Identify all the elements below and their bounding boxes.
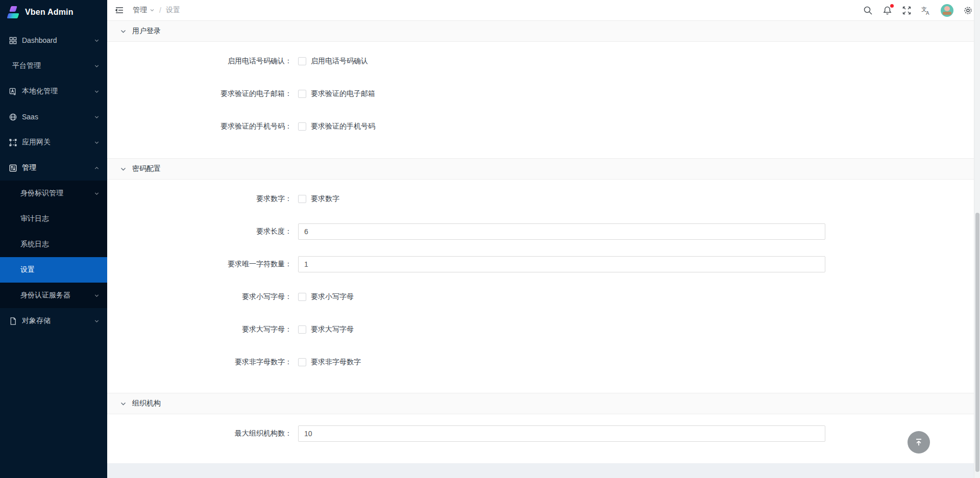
form-row: 启用电话号码确认： 启用电话号码确认 xyxy=(107,53,974,69)
section-body-user-login: 启用电话号码确认： 启用电话号码确认 要求验证的电子邮箱： 要求验证的电子邮箱 … xyxy=(107,42,974,158)
sidebar-item-label: 身份认证服务器 xyxy=(20,291,70,300)
checkbox-label[interactable]: 启用电话号码确认 xyxy=(311,57,368,66)
require-confirmed-email-checkbox[interactable] xyxy=(298,90,306,98)
svg-text:A: A xyxy=(926,10,929,15)
sidebar-item-audit-log[interactable]: 审计日志 xyxy=(0,206,107,232)
section-header-organization[interactable]: 组织机构 xyxy=(107,393,974,414)
breadcrumb-separator: / xyxy=(159,6,161,14)
gear-icon[interactable] xyxy=(963,6,973,15)
user-avatar[interactable] xyxy=(941,4,953,17)
max-organization-count-input[interactable] xyxy=(298,425,825,442)
require-confirmed-phone-checkbox[interactable] xyxy=(298,122,306,131)
form-row: 要求验证的电子邮箱： 要求验证的电子邮箱 xyxy=(107,86,974,102)
breadcrumb: 管理 / 设置 xyxy=(133,6,180,15)
form-row: 要求数字： 要求数字 xyxy=(107,191,974,207)
checkbox-label[interactable]: 要求验证的手机号码 xyxy=(311,122,375,131)
require-non-alphanumeric-checkbox[interactable] xyxy=(298,358,306,366)
bell-icon[interactable] xyxy=(883,6,892,15)
menu-fold-icon[interactable] xyxy=(114,5,125,15)
form-row: 要求非字母数字： 要求非字母数字 xyxy=(107,354,974,370)
checkbox-label[interactable]: 要求大写字母 xyxy=(311,325,354,334)
sidebar-item-object-storage[interactable]: 对象存储 xyxy=(0,308,107,334)
sidebar-item-auth-server[interactable]: 身份认证服务器 xyxy=(0,283,107,308)
field-label: 要求小写字母： xyxy=(107,292,292,301)
chevron-down-icon xyxy=(120,166,127,172)
sidebar-item-settings[interactable]: 设置 xyxy=(0,257,107,283)
sidebar-item-label: 管理 xyxy=(22,163,36,172)
chevron-down-icon xyxy=(150,8,155,13)
app-logo[interactable]: Vben Admin xyxy=(0,0,107,24)
sidebar-item-label: 应用网关 xyxy=(22,138,51,147)
translate-icon[interactable]: 文 A xyxy=(921,6,931,15)
form-row: 最大组织机构数： xyxy=(107,425,974,442)
field-label: 要求非字母数字： xyxy=(107,358,292,367)
dashboard-icon xyxy=(9,36,17,45)
file-icon xyxy=(9,317,17,325)
checkbox-label[interactable]: 要求验证的电子邮箱 xyxy=(311,89,375,98)
top-header: 管理 / 设置 xyxy=(107,0,980,20)
sliders-icon xyxy=(9,164,17,172)
sidebar-item-gateway[interactable]: 应用网关 xyxy=(0,130,107,155)
sidebar-item-system-log[interactable]: 系统日志 xyxy=(0,232,107,257)
section-title: 密码配置 xyxy=(132,164,161,173)
checkbox-label[interactable]: 要求数字 xyxy=(311,194,339,204)
chevron-down-icon xyxy=(94,38,100,43)
settings-page: 用户登录 启用电话号码确认： 启用电话号码确认 要求验证的电子邮箱： 要求验证的… xyxy=(107,20,974,463)
section-title: 组织机构 xyxy=(132,399,161,408)
checkbox-label[interactable]: 要求小写字母 xyxy=(311,292,354,301)
back-to-top-button[interactable] xyxy=(908,431,930,454)
checkbox-label[interactable]: 要求非字母数字 xyxy=(311,358,361,367)
field-label: 要求唯一字符数量： xyxy=(107,260,292,269)
require-uppercase-checkbox[interactable] xyxy=(298,325,306,334)
form-row: 要求小写字母： 要求小写字母 xyxy=(107,289,974,305)
sidebar-item-saas[interactable]: Saas xyxy=(0,104,107,130)
require-lowercase-checkbox[interactable] xyxy=(298,293,306,301)
form-row: 要求验证的手机号码： 要求验证的手机号码 xyxy=(107,118,974,135)
section-header-user-login[interactable]: 用户登录 xyxy=(107,20,974,42)
chevron-down-icon xyxy=(94,191,100,196)
sidebar-item-localization[interactable]: 本地化管理 xyxy=(0,79,107,104)
sidebar-item-platform[interactable]: 平台管理 xyxy=(0,53,107,79)
breadcrumb-label: 管理 xyxy=(133,6,147,15)
form-row: 要求大写字母： 要求大写字母 xyxy=(107,321,974,338)
chevron-down-icon xyxy=(94,293,100,298)
chevron-down-icon xyxy=(94,63,100,69)
sidebar-item-admin[interactable]: 管理 xyxy=(0,155,107,181)
field-label: 要求验证的手机号码： xyxy=(107,122,292,131)
required-unique-chars-input[interactable] xyxy=(298,256,825,272)
sidebar-item-label: 本地化管理 xyxy=(22,87,58,96)
search-icon[interactable] xyxy=(863,6,873,15)
sidebar-item-identity[interactable]: 身份标识管理 xyxy=(0,181,107,206)
section-title: 用户登录 xyxy=(132,27,161,36)
section-header-password-config[interactable]: 密码配置 xyxy=(107,158,974,180)
scrollbar-thumb[interactable] xyxy=(975,213,979,472)
sidebar-item-label: Dashboard xyxy=(22,36,57,44)
sidebar-item-label: 平台管理 xyxy=(12,61,41,70)
sidebar-item-label: 对象存储 xyxy=(22,316,51,325)
require-digit-checkbox[interactable] xyxy=(298,195,306,203)
chevron-up-icon xyxy=(94,165,100,171)
sidebar-item-dashboard[interactable]: Dashboard xyxy=(0,28,107,53)
required-length-input[interactable] xyxy=(298,223,825,240)
chevron-down-icon xyxy=(94,140,100,145)
field-label: 要求验证的电子邮箱： xyxy=(107,89,292,98)
section-body-organization: 最大组织机构数： xyxy=(107,414,974,462)
form-row: 要求唯一字符数量： xyxy=(107,256,974,272)
locale-icon xyxy=(9,87,17,96)
app-title: Vben Admin xyxy=(25,8,74,17)
sidebar-item-label: 设置 xyxy=(20,265,35,274)
chevron-down-icon xyxy=(94,318,100,324)
sidebar-item-label: 系统日志 xyxy=(20,240,49,249)
breadcrumb-item-admin[interactable]: 管理 xyxy=(133,6,155,15)
enable-phone-confirm-checkbox[interactable] xyxy=(298,57,306,65)
breadcrumb-item-settings: 设置 xyxy=(166,6,180,15)
fullscreen-icon[interactable] xyxy=(902,6,912,15)
sidebar-item-label: 审计日志 xyxy=(20,214,49,223)
sidebar-item-label: 身份标识管理 xyxy=(20,189,63,198)
sidebar-item-label: Saas xyxy=(22,113,38,121)
sidebar-submenu-admin: 身份标识管理 审计日志 系统日志 设置 身份认证服务器 xyxy=(0,181,107,308)
sidebar-menu: Dashboard 平台管理 本地化管理 xyxy=(0,28,107,334)
sidebar: Vben Admin Dashboard 平台管理 xyxy=(0,0,107,478)
chevron-down-icon xyxy=(94,114,100,120)
form-row: 要求长度： xyxy=(107,223,974,240)
